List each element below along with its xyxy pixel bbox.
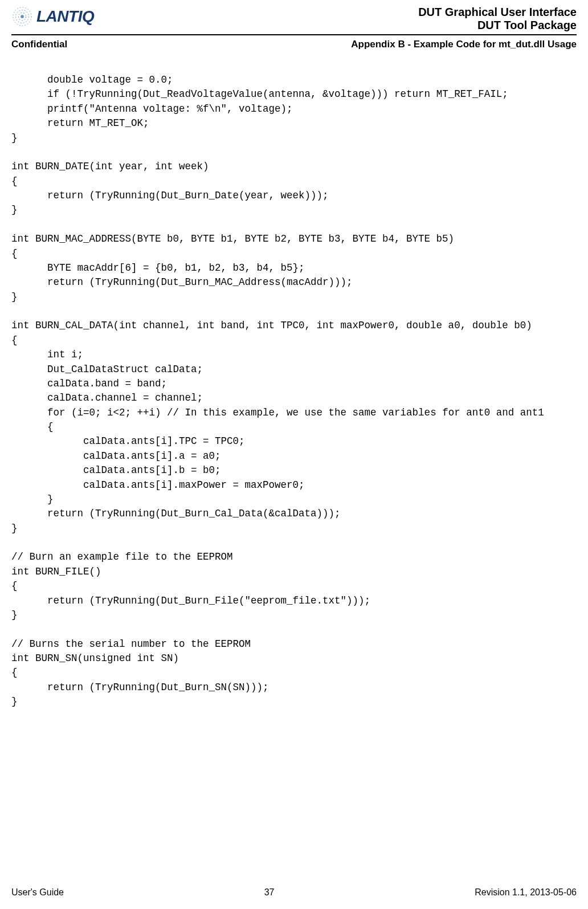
doc-title-1: DUT Graphical User Interface [418, 6, 577, 19]
logo-text: LANTIQ [36, 7, 94, 26]
confidential-label: Confidential [11, 39, 67, 50]
footer-left: User's Guide [11, 887, 64, 898]
header: LANTIQ DUT Graphical User Interface DUT … [11, 6, 577, 32]
code-listing: double voltage = 0.0; if (!TryRunning(Du… [11, 73, 577, 710]
header-divider [11, 34, 577, 35]
logo: LANTIQ [11, 6, 94, 27]
subheader: Confidential Appendix B - Example Code f… [11, 39, 577, 50]
logo-swirl-icon [11, 6, 33, 27]
footer-page-number: 37 [264, 887, 275, 898]
footer: User's Guide 37 Revision 1.1, 2013-05-06 [11, 887, 577, 898]
svg-point-3 [21, 15, 24, 18]
appendix-title: Appendix B - Example Code for mt_dut.dll… [351, 39, 577, 50]
doc-titles: DUT Graphical User Interface DUT Tool Pa… [418, 6, 577, 32]
footer-revision: Revision 1.1, 2013-05-06 [475, 887, 577, 898]
doc-title-2: DUT Tool Package [418, 19, 577, 32]
